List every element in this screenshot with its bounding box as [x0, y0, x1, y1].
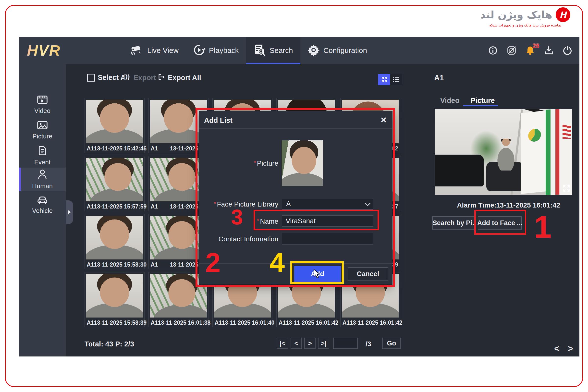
export-button[interactable]: Export [124, 74, 156, 82]
export-all-button[interactable]: Export All [158, 74, 201, 82]
add-to-face-button[interactable]: Add to Face ... [478, 216, 522, 230]
channel-label: A1 [149, 203, 158, 210]
info-icon[interactable] [488, 45, 498, 56]
vehicle-icon [37, 195, 48, 205]
sidebar-item-vehicle[interactable]: Vehicle [19, 193, 66, 216]
thumbnail-caption: A1 13-11-2025 15:58:39 [85, 318, 144, 327]
picture-field-label: *Picture [205, 160, 278, 167]
panel-next-chevron[interactable]: > [568, 344, 573, 354]
timestamp-label: 27 [392, 203, 400, 210]
detail-tab-video[interactable]: Video [440, 96, 460, 104]
prev-page-button[interactable]: < [290, 338, 302, 349]
view-toggle [378, 74, 402, 85]
alarm-bell-icon[interactable]: 28 [525, 45, 535, 56]
brand-name: هایک ویژن لند [480, 9, 552, 21]
thumbnail-caption: A1 13-11-2025 15:42:46 [85, 144, 144, 153]
results-total: Total: 43 P: 2/3 [84, 340, 134, 348]
sidebar-item-human[interactable]: Human [19, 168, 66, 191]
add-list-modal: Add List ✕ *Picture *Face Picture Librar… [199, 111, 392, 285]
event-icon [38, 146, 47, 156]
face-image [150, 216, 207, 260]
detail-tab-picture[interactable]: Picture [471, 96, 495, 104]
channel-label: A1 [340, 320, 350, 326]
brand-logo: H هایک ویژن لند نماینده فروش برند هایک و… [480, 7, 570, 28]
chevron-down-icon [364, 200, 370, 206]
export-icon [124, 74, 130, 82]
power-icon[interactable] [562, 45, 572, 56]
next-page-button[interactable]: > [304, 338, 316, 349]
sidebar-item-video[interactable]: Video [19, 93, 66, 116]
thumbnail-cell[interactable]: A1 13-11-2025 15:42:46 [84, 98, 144, 153]
face-library-select[interactable]: A [282, 198, 374, 210]
name-input[interactable] [282, 215, 374, 227]
page-number-input[interactable] [333, 338, 358, 349]
status-icons: 28 [488, 37, 572, 64]
timestamp-label: 13-11-2025 16:01:38 [158, 320, 212, 326]
required-asterisk: * [214, 200, 216, 207]
detail-tabs-divider [434, 106, 573, 106]
add-button[interactable]: Add [294, 266, 341, 282]
export-label: Export [134, 74, 156, 82]
tab-playback[interactable]: Playback [186, 37, 246, 64]
modal-face-picture [282, 140, 323, 186]
go-button[interactable]: Go [382, 338, 401, 349]
timestamp-label: 13-11-2025 16:01:40 [222, 320, 276, 326]
gear-icon [308, 44, 320, 57]
face-image [86, 274, 143, 318]
select-all-checkbox[interactable] [87, 74, 95, 82]
library-field-label: *Face Picture Library [205, 200, 278, 208]
required-asterisk: * [254, 160, 256, 166]
timestamp-label: 39 [392, 262, 400, 268]
sidebar-item-human-label: Human [32, 182, 53, 190]
select-all-control[interactable]: Select All [87, 74, 129, 82]
video-icon [37, 95, 48, 105]
picture-icon [37, 121, 48, 130]
download-icon[interactable] [544, 45, 554, 56]
tab-configuration[interactable]: Configuration [300, 37, 374, 64]
screen-off-icon[interactable] [506, 45, 517, 56]
top-navbar: HVR Live View [19, 37, 580, 64]
thumbnail-cell[interactable]: A1 13-11-2025 15:58:30 [84, 214, 144, 269]
thumbnail-cell[interactable]: A1 13-11-2025 15:58:39 [84, 272, 144, 327]
thumbnail-cell[interactable]: A1 13-11-2025 15:57:59 [84, 156, 144, 211]
alarm-time-label: Alarm Time: [457, 202, 496, 209]
list-view-icon [393, 77, 399, 82]
last-page-button[interactable]: >| [318, 338, 329, 349]
timestamp-label: 13-11-2025 15:58:30 [94, 262, 148, 268]
channel-label: A1 [149, 145, 158, 152]
tab-search[interactable]: Search [246, 37, 300, 64]
modal-title: Add List [204, 116, 232, 124]
search-by-picture-button[interactable]: Search by Pi.. [432, 216, 476, 230]
app-window: HVR Live View [19, 37, 580, 356]
sidebar-item-event[interactable]: Event [19, 144, 66, 168]
channel-label: A1 [149, 320, 158, 326]
sidebar-item-picture[interactable]: Picture [19, 118, 66, 142]
export-all-icon [158, 74, 165, 82]
detail-tab-active-underline [463, 105, 498, 106]
camera-icon [130, 44, 143, 56]
first-page-button[interactable]: |< [277, 338, 288, 349]
grid-view-button[interactable] [378, 74, 390, 85]
tab-live-view[interactable]: Live View [123, 37, 186, 64]
channel-label: A1 [85, 320, 94, 326]
sidebar-item-event-label: Event [34, 158, 51, 166]
thumbnail-caption: A1 13-11-2025 16:01:42 [276, 318, 336, 327]
contact-input[interactable] [282, 233, 374, 244]
brand-tagline: نماینده فروش برند هایک ویژن و تجهیزات شب… [480, 23, 570, 28]
face-image [150, 274, 207, 318]
sidebar-item-vehicle-label: Vehicle [32, 207, 53, 214]
close-icon[interactable]: ✕ [380, 116, 387, 125]
required-asterisk: * [257, 218, 259, 224]
fullscreen-expand-icon[interactable] [563, 185, 570, 193]
chevron-right-icon [68, 210, 71, 214]
thumbnail-caption: A1 13-11-2025 16:01:38 [149, 318, 208, 327]
timestamp-label: 13-11-2025 15:58:39 [94, 320, 148, 326]
face-image [86, 158, 143, 202]
sidebar-collapse-handle[interactable] [66, 200, 73, 224]
list-view-button[interactable] [390, 74, 402, 85]
channel-label: A1 [213, 320, 222, 326]
panel-prev-chevron[interactable]: < [554, 344, 559, 354]
contact-field-label: Contact Information [205, 235, 278, 243]
sidebar-item-video-label: Video [34, 107, 50, 115]
cancel-button[interactable]: Cancel [348, 267, 388, 280]
